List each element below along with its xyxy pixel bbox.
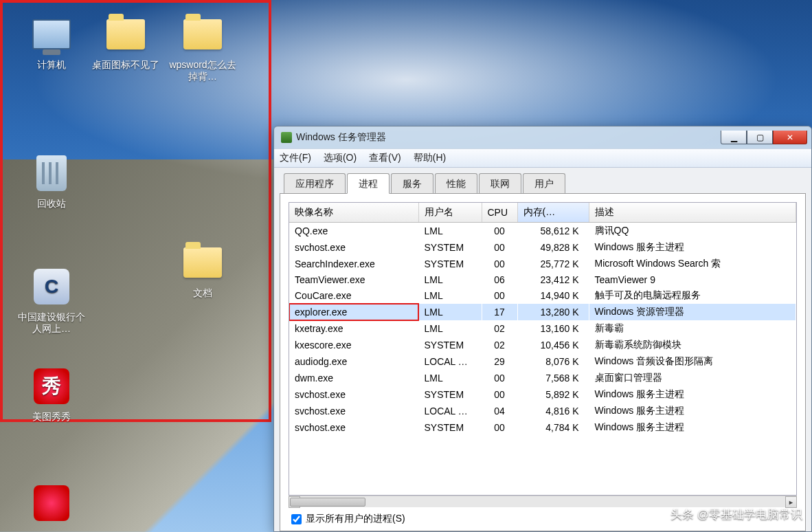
proc-mem: 49,828 K bbox=[517, 239, 589, 256]
process-row[interactable]: TeamViewer.exeLML0623,412 KTeamViewer 9 bbox=[289, 272, 796, 287]
maximize-button[interactable]: ▢ bbox=[747, 131, 773, 144]
menubar: 文件(F) 选项(O) 查看(V) 帮助(H) bbox=[274, 148, 811, 168]
proc-name: dwm.exe bbox=[289, 370, 418, 386]
proc-user: SYSTEM bbox=[418, 419, 482, 436]
process-row[interactable]: QQ.exeLML0058,612 K腾讯QQ bbox=[289, 223, 796, 240]
task-manager-window: Windows 任务管理器 ▁ ▢ ✕ 文件(F) 选项(O) 查看(V) 帮助… bbox=[273, 126, 812, 532]
desktop-icon-label: 文档 bbox=[165, 287, 240, 299]
process-row[interactable]: kxescore.exeSYSTEM0210,456 K新毒霸系统防御模块 bbox=[289, 337, 796, 353]
proc-user: LOCAL … bbox=[418, 353, 482, 370]
minimize-button[interactable]: ▁ bbox=[721, 131, 747, 144]
proc-mem: 13,160 K bbox=[517, 320, 589, 337]
proc-name: QQ.exe bbox=[289, 223, 418, 240]
proc-desc: Windows 服务主进程 bbox=[589, 239, 796, 256]
process-row[interactable]: dwm.exeLML007,568 K桌面窗口管理器 bbox=[289, 370, 796, 386]
proc-user: LML bbox=[418, 320, 482, 337]
show-all-users-label: 显示所有用户的进程(S) bbox=[306, 513, 405, 525]
proc-cpu: 29 bbox=[482, 353, 517, 370]
taskmgr-icon bbox=[281, 132, 292, 143]
process-row[interactable]: kxetray.exeLML0213,160 K新毒霸 bbox=[289, 320, 796, 337]
process-row[interactable]: svchost.exeSYSTEM005,892 KWindows 服务主进程 bbox=[289, 386, 796, 403]
proc-cpu: 00 bbox=[482, 287, 517, 304]
proc-desc: Microsoft Windows Search 索 bbox=[589, 256, 796, 272]
tab-services[interactable]: 服务 bbox=[391, 173, 433, 194]
proc-cpu: 00 bbox=[482, 370, 517, 386]
proc-cpu: 00 bbox=[482, 419, 517, 436]
proc-name: explorer.exe bbox=[289, 304, 418, 320]
tab-networking[interactable]: 联网 bbox=[479, 173, 521, 194]
computer-icon bbox=[32, 19, 71, 49]
col-cpu[interactable]: CPU bbox=[482, 203, 517, 223]
proc-user: SYSTEM bbox=[418, 239, 482, 256]
proc-user: SYSTEM bbox=[418, 337, 482, 353]
folder-icon bbox=[183, 19, 222, 49]
desktop-icon-recyclebin[interactable]: 回收站 bbox=[14, 151, 89, 210]
desktop-icon-ccb[interactable]: C中国建设银行个人网上… bbox=[14, 265, 89, 335]
menu-help[interactable]: 帮助(H) bbox=[414, 152, 446, 164]
tab-users[interactable]: 用户 bbox=[523, 173, 565, 194]
process-row[interactable]: audiodg.exeLOCAL …298,076 KWindows 音频设备图… bbox=[289, 353, 796, 370]
proc-cpu: 00 bbox=[482, 256, 517, 272]
process-row[interactable]: svchost.exeLOCAL …044,816 KWindows 服务主进程 bbox=[289, 403, 796, 419]
proc-cpu: 00 bbox=[482, 239, 517, 256]
show-all-users-checkbox[interactable] bbox=[291, 514, 302, 524]
desktop-icon-xiuxiu[interactable]: 秀美图秀秀 bbox=[14, 364, 89, 423]
proc-desc: 桌面窗口管理器 bbox=[589, 370, 796, 386]
app-icon: 秀 bbox=[34, 368, 69, 404]
menu-file[interactable]: 文件(F) bbox=[280, 152, 311, 164]
proc-name: kxetray.exe bbox=[289, 320, 418, 337]
desktop-icon-app2[interactable] bbox=[14, 481, 89, 528]
proc-desc: 新毒霸系统防御模块 bbox=[589, 337, 796, 353]
proc-mem: 14,940 K bbox=[517, 287, 589, 304]
tab-applications[interactable]: 应用程序 bbox=[284, 173, 346, 194]
desktop-icon-folder1[interactable]: 桌面图标不见了 bbox=[88, 12, 163, 71]
proc-mem: 8,076 K bbox=[517, 353, 589, 370]
scroll-right-icon[interactable]: ► bbox=[785, 496, 797, 508]
window-title: Windows 任务管理器 bbox=[296, 131, 717, 144]
col-user[interactable]: 用户名 bbox=[418, 203, 482, 223]
desktop-icon-computer[interactable]: 计算机 bbox=[14, 12, 89, 71]
process-row[interactable]: SearchIndexer.exeSYSTEM0025,772 KMicroso… bbox=[289, 256, 796, 272]
process-row[interactable]: svchost.exeSYSTEM004,784 KWindows 服务主进程 bbox=[289, 419, 796, 436]
proc-cpu: 06 bbox=[482, 272, 517, 287]
desktop-icon-folder2[interactable]: wpsword怎么去掉背… bbox=[165, 12, 240, 82]
proc-name: svchost.exe bbox=[289, 419, 418, 436]
proc-name: svchost.exe bbox=[289, 403, 418, 419]
desktop-icon-label: wpsword怎么去掉背… bbox=[165, 59, 240, 82]
process-row[interactable]: explorer.exeLML1713,280 KWindows 资源管理器 bbox=[289, 304, 796, 320]
titlebar[interactable]: Windows 任务管理器 ▁ ▢ ✕ bbox=[274, 126, 811, 148]
proc-desc: Windows 服务主进程 bbox=[589, 419, 796, 436]
col-desc[interactable]: 描述 bbox=[589, 203, 796, 223]
process-table-scroll[interactable]: 映像名称 用户名 CPU 内存(… 描述 QQ.exeLML0058,612 K… bbox=[289, 202, 797, 496]
close-button[interactable]: ✕ bbox=[773, 131, 807, 144]
col-memory[interactable]: 内存(… bbox=[517, 203, 589, 223]
tab-processes[interactable]: 进程 bbox=[347, 173, 390, 194]
h-scrollbar[interactable]: ◄ ► bbox=[289, 496, 797, 507]
recycle-bin-icon bbox=[36, 155, 67, 191]
tab-performance[interactable]: 性能 bbox=[435, 173, 477, 194]
proc-name: CouCare.exe bbox=[289, 287, 418, 304]
menu-view[interactable]: 查看(V) bbox=[369, 152, 401, 164]
proc-mem: 13,280 K bbox=[517, 304, 589, 320]
process-row[interactable]: CouCare.exeLML0014,940 K触手可及的电脑远程服务 bbox=[289, 287, 796, 304]
process-row[interactable]: svchost.exeSYSTEM0049,828 KWindows 服务主进程 bbox=[289, 239, 796, 256]
desktop-icon-folder3[interactable]: 文档 bbox=[165, 241, 240, 299]
folder-icon bbox=[183, 247, 222, 278]
desktop[interactable]: 计算机桌面图标不见了wpsword怎么去掉背…回收站C中国建设银行个人网上…文档… bbox=[0, 0, 812, 532]
proc-desc: 新毒霸 bbox=[589, 320, 796, 337]
proc-desc: TeamViewer 9 bbox=[589, 272, 796, 287]
proc-name: kxescore.exe bbox=[289, 337, 418, 353]
show-all-users[interactable]: 显示所有用户的进程(S) bbox=[289, 507, 797, 525]
desktop-icon-label: 回收站 bbox=[14, 198, 89, 210]
desktop-icon-label: 计算机 bbox=[14, 59, 89, 71]
desktop-icon-label: 中国建设银行个人网上… bbox=[14, 311, 89, 335]
proc-mem: 23,412 K bbox=[517, 272, 589, 287]
menu-options[interactable]: 选项(O) bbox=[324, 152, 357, 164]
proc-user: LOCAL … bbox=[418, 403, 482, 419]
proc-user: SYSTEM bbox=[418, 256, 482, 272]
proc-mem: 7,568 K bbox=[517, 370, 589, 386]
col-image[interactable]: 映像名称 bbox=[289, 203, 418, 223]
proc-cpu: 17 bbox=[482, 304, 517, 320]
proc-desc: 腾讯QQ bbox=[589, 223, 796, 240]
scroll-thumb[interactable] bbox=[290, 498, 365, 507]
